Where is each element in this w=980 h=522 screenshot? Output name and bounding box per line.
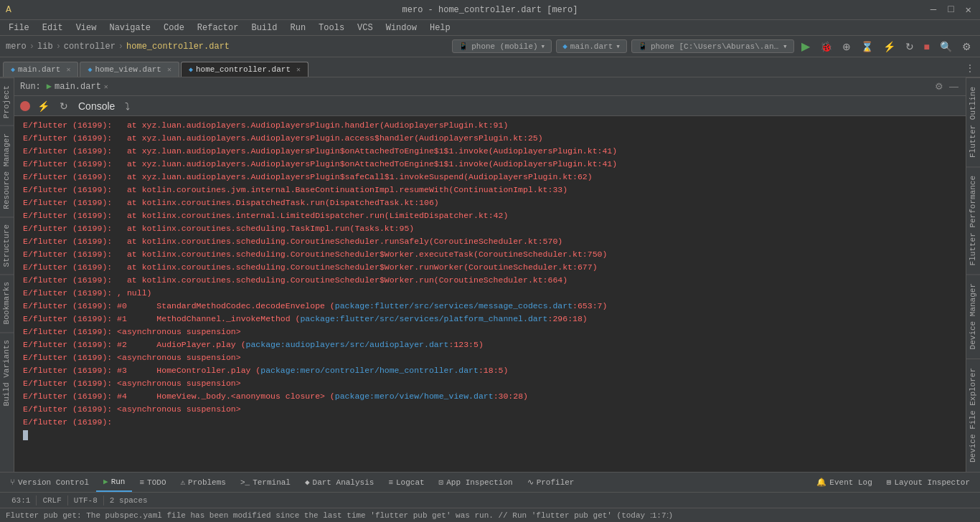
bottom-tab-app-inspection[interactable]: ⊡ App Inspection bbox=[432, 473, 520, 492]
menu-item-tools[interactable]: Tools bbox=[313, 22, 350, 34]
dart-icon: ◆ bbox=[562, 42, 567, 51]
bottom-tab-problems[interactable]: ⚠ Problems bbox=[173, 473, 232, 492]
breadcrumb-lib[interactable]: lib bbox=[37, 42, 53, 52]
avd-selector[interactable]: 📱 phone [C:\Users\Aburas\.android\avd:..… bbox=[631, 39, 794, 53]
tab-label: main.dart bbox=[18, 65, 60, 74]
tab-close-icon[interactable]: ✕ bbox=[66, 65, 70, 74]
menu-item-build[interactable]: Build bbox=[245, 22, 283, 34]
minimize-button[interactable]: — bbox=[928, 4, 939, 16]
dart-file-icon3: ◆ bbox=[189, 65, 193, 74]
right-panel-device-file-explorer[interactable]: Device File Explorer bbox=[966, 359, 980, 471]
status-line-col[interactable]: 63:1 bbox=[6, 493, 36, 508]
log-link[interactable]: package:mero/view/home_view.dart bbox=[335, 392, 494, 401]
bottom-tab-version-control[interactable]: ⑂ Version Control bbox=[3, 473, 96, 492]
tab-home-controller[interactable]: ◆ home_controller.dart ✕ bbox=[181, 62, 308, 77]
device-selector[interactable]: 📱 phone (mobile) ▾ bbox=[452, 39, 552, 53]
maximize-button[interactable]: □ bbox=[945, 4, 956, 16]
stop-button[interactable]: ■ bbox=[921, 39, 933, 54]
vertical-tabs-left: Project Resource Manager Structure Bookm… bbox=[0, 77, 14, 472]
log-text: E/flutter (16199): #0 StandardMethodCode… bbox=[23, 301, 335, 310]
rerun-button[interactable]: ⚡ bbox=[34, 99, 52, 113]
console-output[interactable]: E/flutter (16199): at xyz.luan.audioplay… bbox=[14, 116, 966, 472]
chevron-down-icon3: ▾ bbox=[783, 42, 788, 51]
right-panel-flutter-outline[interactable]: Flutter Outline bbox=[966, 77, 980, 166]
menu-item-refactor[interactable]: Refactor bbox=[192, 22, 245, 34]
tab-home-view[interactable]: ◆ home_view.dart ✕ bbox=[80, 62, 179, 77]
log-link[interactable]: package:flutter/src/services/message_cod… bbox=[335, 301, 573, 310]
run-button[interactable]: ▶ bbox=[798, 38, 813, 54]
console-tab-button[interactable]: Console bbox=[75, 99, 118, 113]
close-button[interactable]: ✕ bbox=[963, 4, 974, 16]
phone-icon: 📱 bbox=[458, 42, 468, 51]
flutter-hot-restart[interactable]: ↻ bbox=[903, 39, 917, 54]
menu-item-help[interactable]: Help bbox=[424, 22, 456, 34]
stop-console-button[interactable] bbox=[20, 101, 30, 111]
log-suffix: :123:5) bbox=[449, 340, 484, 349]
menu-item-edit[interactable]: Edit bbox=[37, 22, 69, 34]
log-link[interactable]: package:flutter/src/services/platform_ch… bbox=[300, 314, 547, 323]
restart-button[interactable]: ↻ bbox=[57, 99, 71, 113]
log-link[interactable]: package:mero/controller/home_controller.… bbox=[260, 366, 479, 375]
soft-wrap-button[interactable]: ⤵ bbox=[122, 99, 133, 113]
status-line-col-text: 63:1 bbox=[11, 496, 30, 505]
run-tab[interactable]: ▶ main.dart ✕ bbox=[47, 81, 108, 92]
tab-main-dart[interactable]: ◆ main.dart ✕ bbox=[3, 62, 78, 77]
log-link[interactable]: package:audioplayers/src/audioplayer.dar… bbox=[246, 340, 449, 349]
run-config-selector[interactable]: ◆ main.dart ▾ bbox=[556, 39, 627, 53]
run-panel: Run: ▶ main.dart ✕ ⚙ — ⚡ ↻ Console ⤵ E/f… bbox=[14, 77, 966, 472]
menu-item-window[interactable]: Window bbox=[380, 22, 423, 34]
status-line-ending[interactable]: CRLF bbox=[37, 493, 67, 508]
profile-button[interactable]: ⌛ bbox=[858, 39, 876, 54]
bottom-tab-terminal[interactable]: >_ Terminal bbox=[233, 473, 298, 492]
sidebar-item-resource-manager[interactable]: Resource Manager bbox=[0, 125, 14, 217]
right-panel-device-manager[interactable]: Device Manager bbox=[966, 274, 980, 358]
breadcrumb-file[interactable]: home_controller.dart bbox=[126, 42, 230, 52]
window-title: mero - home_controller.dart [mero] bbox=[402, 5, 578, 15]
bottom-tab-run-label: Run bbox=[111, 478, 126, 486]
menu-item-file[interactable]: File bbox=[3, 22, 35, 34]
tab-overflow-menu[interactable]: ⋮ bbox=[963, 60, 977, 77]
breadcrumb-mero[interactable]: mero bbox=[6, 42, 27, 52]
bottom-tab-profiler[interactable]: ∿ Profiler bbox=[520, 473, 582, 492]
flutter-hot-reload[interactable]: ⚡ bbox=[880, 39, 898, 54]
menu-item-code[interactable]: Code bbox=[158, 22, 190, 34]
run-label: Run: bbox=[20, 82, 41, 92]
menu-item-run[interactable]: Run bbox=[284, 22, 311, 34]
breadcrumb-controller[interactable]: controller bbox=[64, 42, 116, 52]
log-line: E/flutter (16199): bbox=[14, 416, 966, 429]
bottom-tab-todo[interactable]: ≡ TODO bbox=[132, 473, 173, 492]
bottom-tab-event-log[interactable]: 🔔 Event Log bbox=[809, 475, 879, 490]
status-line-ending-text: CRLF bbox=[42, 496, 61, 505]
menu-item-navigate[interactable]: Navigate bbox=[103, 22, 156, 34]
right-panel-flutter-performance[interactable]: Flutter Performance bbox=[966, 166, 980, 274]
sidebar-item-project[interactable]: Project bbox=[0, 77, 14, 125]
menu-item-vcs[interactable]: VCS bbox=[352, 22, 379, 34]
bottom-tab-version-control-label: Version Control bbox=[18, 478, 89, 487]
status-indent[interactable]: 2 spaces bbox=[104, 493, 154, 508]
status-indent-text: 2 spaces bbox=[110, 496, 148, 505]
search-everywhere[interactable]: 🔍 bbox=[937, 39, 955, 54]
debug-button[interactable]: 🐞 bbox=[817, 39, 835, 54]
tab-close-icon2[interactable]: ✕ bbox=[167, 65, 171, 74]
coverage-button[interactable]: ⊕ bbox=[839, 39, 854, 54]
sidebar-item-bookmarks[interactable]: Bookmarks bbox=[0, 274, 14, 331]
log-suffix: :30:28) bbox=[494, 392, 528, 401]
bottom-tab-logcat[interactable]: ≡ Logcat bbox=[381, 473, 431, 492]
bottom-tab-run[interactable]: ▶ Run bbox=[96, 473, 132, 492]
sidebar-item-structure[interactable]: Structure bbox=[0, 217, 14, 274]
device-label: phone (mobile) bbox=[471, 42, 537, 51]
sidebar-item-build-variants[interactable]: Build Variants bbox=[0, 332, 14, 413]
menu-item-view[interactable]: View bbox=[70, 22, 103, 34]
status-encoding[interactable]: UTF-8 bbox=[68, 493, 103, 508]
bottom-tab-layout-inspector[interactable]: ⊞ Layout Inspector bbox=[880, 475, 977, 490]
run-header: Run: ▶ main.dart ✕ ⚙ — bbox=[14, 77, 966, 96]
collapse-icon[interactable]: — bbox=[948, 80, 960, 93]
settings-button[interactable]: ⚙ bbox=[959, 39, 974, 54]
settings-icon[interactable]: ⚙ bbox=[933, 80, 945, 93]
tab-close-icon3[interactable]: ✕ bbox=[296, 65, 301, 74]
log-line: E/flutter (16199): #3 HomeController.pla… bbox=[14, 364, 966, 377]
run-tab-close-icon[interactable]: ✕ bbox=[104, 82, 108, 91]
bottom-tab-dart-analysis[interactable]: ◆ Dart Analysis bbox=[298, 473, 381, 492]
log-suffix: :296:18) bbox=[548, 314, 588, 323]
log-text: E/flutter (16199): #1 MethodChannel._inv… bbox=[23, 314, 300, 323]
